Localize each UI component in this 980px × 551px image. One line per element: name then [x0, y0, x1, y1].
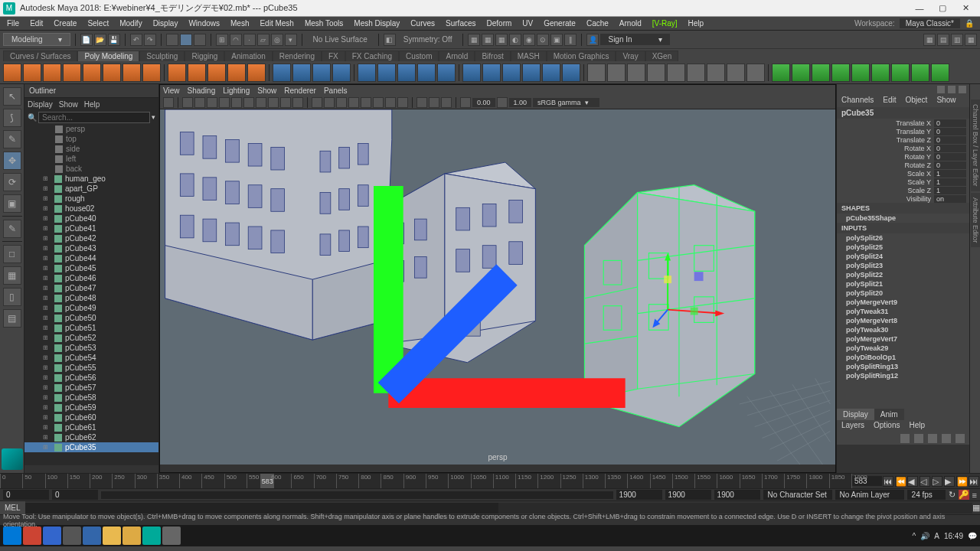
- shelf-tab-bifrost[interactable]: Bifrost: [475, 51, 510, 61]
- shelf-tab-xgen[interactable]: XGen: [645, 51, 679, 61]
- input-polytweak29[interactable]: polyTweak29: [837, 344, 969, 353]
- script-editor-button[interactable]: ▦: [972, 503, 980, 513]
- menu-surfaces[interactable]: Surfaces: [440, 17, 481, 30]
- snap-plane-button[interactable]: ▱: [257, 34, 270, 46]
- vp-field[interactable]: [280, 97, 291, 108]
- input-polysplitring12[interactable]: polySplitRing12: [837, 371, 969, 380]
- channel-tab-object[interactable]: Object: [901, 95, 933, 107]
- outliner-item-pcube53[interactable]: ⊞pCube53: [24, 343, 158, 353]
- playblast-button[interactable]: ▣: [550, 34, 563, 46]
- attr-translate-y[interactable]: Translate Y0: [837, 127, 969, 135]
- layer-button-1[interactable]: [900, 434, 910, 443]
- snap-point-button[interactable]: ·: [243, 34, 256, 46]
- ipr-button[interactable]: ▦: [482, 34, 494, 46]
- shelf-button-10[interactable]: [188, 64, 206, 82]
- vp-exposure-icon[interactable]: [460, 97, 471, 108]
- outliner-item-pcube54[interactable]: ⊞pCube54: [24, 353, 158, 363]
- shelf-button-39[interactable]: [707, 64, 725, 82]
- menu-file[interactable]: File: [2, 17, 24, 30]
- input-polymergevert8[interactable]: polyMergeVert8: [837, 316, 969, 325]
- vp-menu-renderer[interactable]: Renderer: [284, 86, 316, 95]
- vp-gate-mask[interactable]: [268, 97, 279, 108]
- menu-display[interactable]: Display: [148, 17, 184, 30]
- menu-meshtools[interactable]: Mesh Tools: [299, 17, 348, 30]
- attr-visibility[interactable]: Visibilityon: [837, 194, 969, 203]
- layer-list[interactable]: [837, 445, 969, 473]
- attr-scale-z[interactable]: Scale Z1: [837, 186, 969, 194]
- shelf-button-0[interactable]: [3, 64, 21, 82]
- anim-layer-dropdown[interactable]: No Anim Layer: [835, 490, 904, 500]
- live-surface-label[interactable]: No Live Surface: [307, 34, 374, 45]
- outliner-camera-left[interactable]: left: [24, 154, 158, 164]
- render-view-button[interactable]: ▦: [468, 34, 480, 46]
- redo-button[interactable]: ↷: [144, 34, 156, 46]
- mel-input[interactable]: [25, 503, 499, 514]
- shelf-tab-animation[interactable]: Animation: [224, 51, 272, 61]
- outliner-item-pcube50[interactable]: ⊞pCube50: [24, 313, 158, 323]
- time-slider[interactable]: 583 050100150200250300350400450500550600…: [0, 473, 980, 488]
- menu-create[interactable]: Create: [48, 17, 82, 30]
- rotate-tool[interactable]: ⟳: [3, 173, 21, 191]
- cb-icon-3[interactable]: [959, 86, 966, 93]
- set-key-button[interactable]: 🔑: [959, 490, 969, 500]
- outliner-item-pcube51[interactable]: ⊞pCube51: [24, 323, 158, 333]
- menu-modify[interactable]: Modify: [114, 17, 147, 30]
- character-set-dropdown[interactable]: No Character Set: [763, 490, 832, 500]
- shelf-button-34[interactable]: [607, 64, 626, 82]
- vp-menu-show[interactable]: Show: [257, 86, 276, 95]
- start-button[interactable]: [3, 527, 21, 545]
- snap-grid-button[interactable]: ⊞: [216, 34, 228, 46]
- outliner-item-pcube41[interactable]: ⊞pCube41: [24, 223, 158, 233]
- playback-start-field[interactable]: 0: [52, 490, 98, 500]
- cb-icon-1[interactable]: [937, 86, 945, 93]
- layer-tab-display[interactable]: Display: [837, 409, 874, 420]
- taskbar-app-8[interactable]: [162, 527, 181, 545]
- layout-single-button[interactable]: □: [3, 245, 21, 263]
- vp-isolate[interactable]: [416, 97, 427, 108]
- shelf-tab-motiongraphics[interactable]: Motion Graphics: [547, 51, 616, 61]
- panel-layout-button-1[interactable]: ▦: [923, 34, 936, 46]
- step-forward-button[interactable]: ▶: [944, 476, 955, 487]
- history-button[interactable]: ◧: [384, 34, 396, 46]
- input-polytweak31[interactable]: polyTweak31: [837, 307, 969, 316]
- taskbar-app-7[interactable]: [142, 527, 161, 545]
- outliner-item-pcube58[interactable]: ⊞pCube58: [24, 393, 158, 403]
- outliner-item-apart_gp[interactable]: ⊞apart_GP: [24, 184, 158, 194]
- taskbar-app-3[interactable]: [63, 527, 81, 545]
- input-polysplit22[interactable]: polySplit22: [837, 270, 969, 279]
- outliner-item-pcube40[interactable]: ⊞pCube40: [24, 214, 158, 223]
- panel-layout-button-4[interactable]: ▦: [965, 34, 977, 46]
- shelf-tab-rigging[interactable]: Rigging: [185, 51, 224, 61]
- vp-gamma-icon[interactable]: [497, 97, 508, 108]
- outliner-camera-persp[interactable]: persp: [24, 124, 158, 134]
- shelf-button-18[interactable]: [332, 64, 351, 82]
- move-tool[interactable]: ✥: [3, 152, 21, 170]
- vp-motion[interactable]: [385, 97, 396, 108]
- workspace-dropdown[interactable]: Maya Classic*: [900, 18, 960, 28]
- vp-menu-lighting[interactable]: Lighting: [223, 86, 250, 95]
- menu-curves[interactable]: Curves: [405, 17, 440, 30]
- shelf-button-9[interactable]: [168, 64, 186, 82]
- vp-bookmark[interactable]: [182, 97, 193, 108]
- shelf-button-30[interactable]: [542, 64, 560, 82]
- vp-shadows[interactable]: [361, 97, 371, 108]
- attr-scale-y[interactable]: Scale Y1: [837, 178, 969, 186]
- lasso-tool[interactable]: ⟆: [3, 109, 21, 127]
- attr-rotate-x[interactable]: Rotate X0: [837, 144, 969, 152]
- layer-button-5[interactable]: [956, 434, 965, 443]
- tray-net-icon[interactable]: 🔊: [920, 532, 929, 540]
- outliner-camera-back[interactable]: back: [24, 164, 158, 174]
- shelf-button-29[interactable]: [522, 64, 541, 82]
- shelf-button-41[interactable]: [746, 64, 765, 82]
- prefs-button[interactable]: ≡: [972, 491, 977, 500]
- shelf-button-23[interactable]: [417, 64, 436, 82]
- module-dropdown[interactable]: Modeling▾: [3, 33, 70, 46]
- layout-outliner-button[interactable]: ▤: [3, 309, 21, 328]
- shelf-tab-vray[interactable]: Vray: [616, 51, 645, 61]
- outliner-item-rough[interactable]: ⊞rough: [24, 194, 158, 204]
- outliner-item-pcube46[interactable]: ⊞pCube46: [24, 273, 158, 283]
- vp-ao[interactable]: [373, 97, 384, 108]
- vp-2d[interactable]: [207, 97, 217, 108]
- hypershade-button[interactable]: ◉: [523, 34, 535, 46]
- menu-meshdisplay[interactable]: Mesh Display: [348, 17, 405, 30]
